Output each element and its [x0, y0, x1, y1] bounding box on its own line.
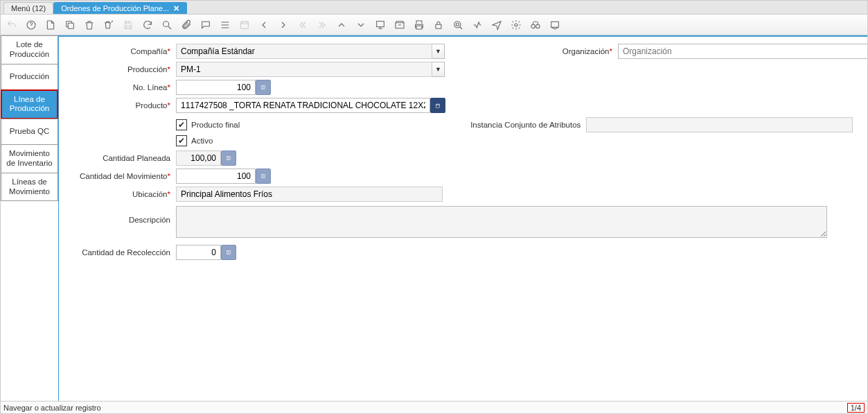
record-pager: 1/4 [847, 403, 865, 413]
cant-recoleccion-calc-button[interactable] [221, 245, 236, 260]
status-bar: Navegar o actualizar registro 1/4 [1, 401, 867, 413]
tab-active-label: Ordenes de Producción Plane... [61, 4, 169, 12]
calendar-icon[interactable] [238, 18, 251, 32]
sidebar-item-label: Producción [10, 72, 50, 82]
svg-point-6 [456, 23, 459, 26]
refresh-icon[interactable] [141, 18, 154, 32]
producto-field[interactable] [176, 98, 430, 113]
export-icon[interactable] [548, 18, 562, 32]
new-icon[interactable] [44, 18, 57, 32]
label-cant-recoleccion: Cantidad de Recolección [82, 248, 170, 257]
instancia-field[interactable] [586, 117, 853, 132]
tab-menu[interactable]: Menú (12) [3, 2, 53, 14]
label-cant-planeada: Cantidad Planeada [103, 154, 170, 162]
app-tabs: Menú (12) Ordenes de Producción Plane...… [1, 1, 867, 15]
svg-rect-5 [436, 24, 441, 28]
sidebar-item-movimiento-inventario[interactable]: Movimiento de Inventario [1, 144, 58, 173]
descripcion-field[interactable] [176, 206, 827, 238]
close-icon[interactable]: ✕ [173, 4, 179, 13]
form-area: Compañía* ▼ Organización* ▼ Producción* [59, 35, 867, 401]
last-icon[interactable] [315, 18, 329, 32]
first-icon[interactable] [296, 18, 310, 32]
sidebar-item-label: Línea de Producción [5, 95, 54, 114]
produccion-dropdown-button[interactable]: ▼ [432, 62, 445, 77]
sidebar-item-produccion[interactable]: Producción [1, 64, 58, 90]
cant-planeada-calc-button[interactable] [221, 150, 236, 166]
svg-point-7 [454, 21, 461, 27]
main-toolbar [1, 15, 867, 35]
label-ubicacion: Ubicación [132, 190, 168, 198]
delete-all-icon[interactable] [102, 18, 116, 32]
label-instancia: Instancia Conjunto de Atributos [470, 121, 581, 129]
label-cant-movimiento: Cantidad del Movimiento [80, 172, 168, 180]
svg-rect-3 [241, 21, 249, 28]
binoculars-icon[interactable] [529, 18, 542, 32]
svg-rect-4 [377, 21, 384, 26]
gear-icon[interactable] [509, 18, 523, 32]
list-icon[interactable] [218, 18, 232, 32]
print-icon[interactable] [412, 18, 426, 32]
no-linea-field[interactable] [176, 80, 256, 95]
sidebar-item-prueba-qc[interactable]: Prueba QC [1, 119, 58, 145]
copy-icon[interactable] [63, 18, 77, 32]
label-compania: Compañía [130, 47, 167, 55]
svg-point-2 [163, 21, 169, 26]
compania-dropdown-button[interactable]: ▼ [432, 44, 445, 59]
prev-icon[interactable] [257, 18, 271, 32]
produccion-field[interactable] [176, 62, 432, 77]
attachment-icon[interactable] [179, 18, 193, 32]
delete-icon[interactable] [82, 18, 96, 32]
main-area: Lote de Producción Producción Línea de P… [1, 35, 867, 401]
svg-rect-1 [68, 23, 73, 28]
cant-recoleccion-field[interactable] [176, 245, 221, 260]
svg-rect-13 [436, 104, 439, 107]
tab-ordenes-produccion[interactable]: Ordenes de Producción Plane... ✕ [53, 2, 187, 14]
label-producto: Producto [135, 101, 167, 110]
sidebar-item-label: Movimiento de Inventario [4, 149, 55, 169]
label-producto-final: Producto final [191, 121, 240, 129]
svg-rect-11 [551, 21, 559, 27]
activo-checkbox[interactable]: ✔ Activo [176, 135, 213, 146]
label-produccion: Producción [127, 65, 168, 74]
producto-final-checkbox[interactable]: ✔ Producto final [176, 119, 240, 130]
sidebar-item-label: Prueba QC [10, 127, 50, 137]
side-tabs: Lote de Producción Producción Línea de P… [1, 35, 59, 401]
no-linea-calc-button[interactable] [256, 80, 271, 95]
checkbox-icon: ✔ [176, 135, 187, 146]
cant-movimiento-field[interactable] [176, 169, 256, 184]
ubicacion-field[interactable] [176, 187, 443, 202]
sidebar-item-lineas-movimiento[interactable]: Líneas de Movimiento [1, 173, 58, 202]
label-organizacion: Organización [563, 47, 610, 55]
svg-point-8 [515, 24, 517, 26]
svg-point-9 [531, 24, 535, 28]
producto-lookup-button[interactable] [430, 98, 445, 113]
label-activo: Activo [191, 137, 213, 145]
compania-field[interactable] [176, 44, 432, 59]
zoom-icon[interactable] [451, 18, 465, 32]
svg-point-10 [536, 24, 540, 28]
sidebar-item-label: Líneas de Movimiento [4, 178, 55, 197]
archive-icon[interactable] [393, 18, 407, 32]
sidebar-item-linea-produccion[interactable]: Línea de Producción [1, 89, 58, 120]
undo-icon[interactable] [5, 18, 19, 32]
next-icon[interactable] [276, 18, 290, 32]
sidebar-item-lote[interactable]: Lote de Producción [1, 35, 58, 64]
organizacion-field[interactable] [618, 44, 867, 59]
label-no-linea: No. Línea [133, 83, 168, 92]
lock-icon[interactable] [432, 18, 445, 32]
report-icon[interactable] [373, 18, 387, 32]
cant-planeada-field[interactable] [176, 150, 221, 166]
process-icon[interactable] [470, 18, 484, 32]
search-icon[interactable] [160, 18, 174, 32]
save-icon[interactable] [121, 18, 135, 32]
up-icon[interactable] [335, 18, 348, 32]
cant-movimiento-calc-button[interactable] [256, 169, 271, 184]
sidebar-item-label: Lote de Producción [4, 40, 55, 60]
label-descripcion: Descripción [129, 216, 170, 224]
send-icon[interactable] [490, 18, 504, 32]
down-icon[interactable] [354, 18, 368, 32]
chat-icon[interactable] [199, 18, 213, 32]
help-icon[interactable] [24, 18, 38, 32]
tab-menu-label: Menú (12) [11, 4, 46, 12]
checkbox-icon: ✔ [176, 119, 187, 130]
